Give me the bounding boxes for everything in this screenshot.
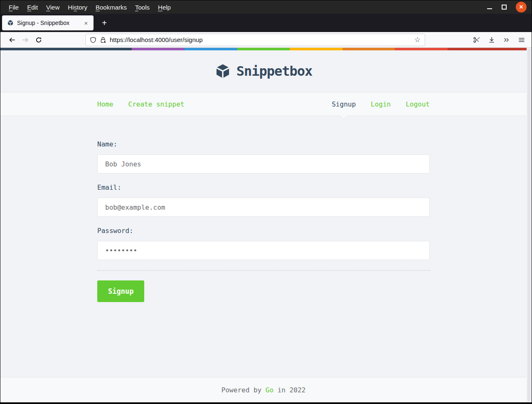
forward-button[interactable] <box>19 34 32 46</box>
close-icon: × <box>519 4 523 10</box>
maximize-button[interactable] <box>502 5 507 10</box>
snippetbox-logo-icon <box>215 63 231 79</box>
downloads-button[interactable] <box>485 34 498 46</box>
signup-form: Name: Email: Password: Signup <box>97 140 430 302</box>
tab-favicon-snippetbox-icon <box>7 20 14 26</box>
menu-file[interactable]: File <box>5 0 23 14</box>
name-field[interactable] <box>97 154 430 173</box>
screenshot-scissors-icon <box>473 36 480 44</box>
menu-help[interactable]: Help <box>154 0 175 14</box>
plus-icon: + <box>102 18 107 28</box>
back-icon <box>9 37 15 43</box>
screenshot-button[interactable] <box>470 34 483 46</box>
signup-form-area: Name: Email: Password: Signup <box>97 116 430 377</box>
minimize-button[interactable] <box>487 4 493 10</box>
url-text[interactable]: https://localhost:4000/user/signup <box>110 36 409 43</box>
signup-button[interactable]: Signup <box>97 280 144 302</box>
nav-link-logout[interactable]: Logout <box>406 100 430 108</box>
nav-link-signup[interactable]: Signup <box>332 100 356 108</box>
scrollbar-thumb[interactable] <box>527 49 531 402</box>
menu-view[interactable]: View <box>42 0 64 14</box>
tab-close-icon[interactable]: × <box>81 18 91 28</box>
brand-link[interactable]: Snippetbox <box>215 63 313 79</box>
new-tab-button[interactable]: + <box>98 16 111 30</box>
email-field[interactable] <box>97 198 430 217</box>
form-divider <box>97 270 430 271</box>
nav-link-login[interactable]: Login <box>371 100 391 108</box>
tab-title: Signup - Snippetbox <box>17 20 78 26</box>
reload-icon <box>35 37 42 43</box>
page-title: Snippetbox <box>236 63 313 79</box>
back-button[interactable] <box>5 34 19 46</box>
site-footer: Powered by Go in 2022 <box>0 377 527 402</box>
go-link[interactable]: Go <box>266 386 273 394</box>
nav-link-home[interactable]: Home <box>97 100 113 108</box>
email-label: Email: <box>97 183 430 191</box>
forward-icon <box>22 37 29 43</box>
url-bar[interactable]: https://localhost:4000/user/signup ☆ <box>85 34 425 46</box>
overflow-button[interactable] <box>500 34 513 46</box>
navigation-toolbar: https://localhost:4000/user/signup ☆ <box>0 32 532 48</box>
page-scrollbar[interactable] <box>527 48 532 402</box>
bookmark-star-icon[interactable]: ☆ <box>413 35 422 44</box>
window-controls: × <box>487 2 532 12</box>
page-viewport: Snippetbox Home Create snippet Signup Lo… <box>0 48 532 402</box>
password-label: Password: <box>97 227 430 235</box>
double-chevron-icon <box>503 37 510 43</box>
nav-left: Home Create snippet <box>97 100 184 108</box>
app-menu-button[interactable] <box>515 34 528 46</box>
close-button[interactable]: × <box>516 2 527 12</box>
menu-bookmarks[interactable]: Bookmarks <box>91 0 131 14</box>
download-icon <box>488 37 495 43</box>
nav-link-create-snippet[interactable]: Create snippet <box>128 100 185 108</box>
menu-tools[interactable]: Tools <box>131 0 154 14</box>
menu-history[interactable]: History <box>64 0 91 14</box>
tab-bar: Signup - Snippetbox × + <box>0 14 532 32</box>
snippetbox-page: Snippetbox Home Create snippet Signup Lo… <box>0 48 527 402</box>
toolbar-right-icons <box>470 34 528 46</box>
tracking-shield-icon[interactable] <box>90 37 96 43</box>
footer-text: Powered by Go in 2022 <box>222 386 305 394</box>
reload-button[interactable] <box>32 34 45 46</box>
menubar: File Edit View History Bookmarks Tools H… <box>0 0 532 14</box>
nav-right: Signup Login Logout <box>332 100 430 108</box>
site-nav: Home Create snippet Signup Login Logout <box>0 92 527 116</box>
browser-window: File Edit View History Bookmarks Tools H… <box>0 0 532 404</box>
site-header: Snippetbox <box>0 50 527 92</box>
name-label: Name: <box>97 140 430 148</box>
password-field[interactable] <box>97 241 430 260</box>
connection-lock-warning-icon[interactable] <box>100 37 106 43</box>
tab-signup-snippetbox[interactable]: Signup - Snippetbox × <box>2 15 94 30</box>
hamburger-menu-icon <box>518 37 525 43</box>
menu-edit[interactable]: Edit <box>23 0 42 14</box>
